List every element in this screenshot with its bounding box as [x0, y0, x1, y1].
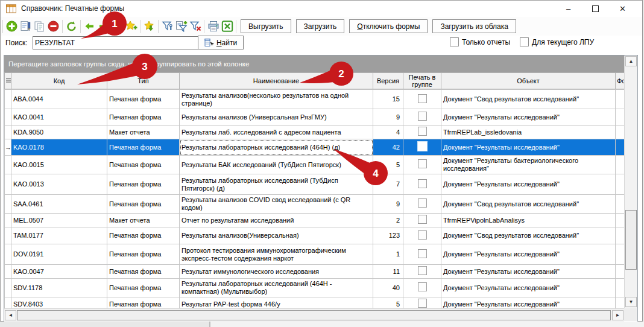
app-icon: [6, 4, 16, 13]
toolbar-separator: [204, 20, 204, 33]
export-forms-button[interactable]: Выгрузить: [241, 19, 291, 33]
print-in-group-checkbox[interactable]: [418, 112, 427, 121]
grid-corner-button[interactable]: [5, 73, 11, 89]
table-row[interactable]: SAA.0461Печатная формаРезультаты анализо…: [5, 195, 625, 214]
cell-code: ABA.0044: [11, 90, 107, 109]
find-button[interactable]: Найти: [198, 36, 244, 49]
import-forms-button[interactable]: Загрузить: [296, 19, 345, 33]
print-in-group-checkbox[interactable]: [418, 230, 427, 240]
cell-type: Печатная форма: [107, 109, 180, 125]
cell-version: 2: [373, 214, 403, 227]
toolbar-separator: [236, 20, 236, 33]
copy-icon[interactable]: [33, 19, 46, 33]
excel-export-icon[interactable]: [220, 19, 234, 33]
scroll-up-arrow[interactable]: ▲: [625, 56, 637, 66]
column-header-version[interactable]: Версия: [373, 73, 403, 89]
column-header-print-in-group[interactable]: Печать в группе: [403, 73, 441, 89]
cell-version: 1: [373, 244, 403, 265]
column-header-format[interactable]: Фор: [616, 73, 625, 89]
cell-name: Результаты анализов COVID свод исследова…: [180, 195, 373, 214]
cell-type: Макет отчета: [107, 125, 180, 139]
cell-name: Результат иммунологического исследования: [180, 265, 373, 279]
table-row[interactable]: SDV.1178Печатная формаРезультаты лаборат…: [5, 279, 625, 297]
cell-print: [403, 156, 441, 174]
cell-format: [616, 156, 625, 174]
svg-text:2: 2: [338, 68, 344, 80]
print-in-group-checkbox[interactable]: [418, 249, 427, 258]
scroll-down-arrow[interactable]: ▼: [625, 297, 637, 307]
current-lpu-checkbox[interactable]: [520, 37, 529, 46]
filter-icon[interactable]: [160, 19, 174, 33]
only-reports-label: Только отчеты: [462, 38, 510, 46]
svg-text:4: 4: [373, 168, 379, 179]
table-row[interactable]: MEL.0507Макет отчетаОтчет по результатам…: [5, 214, 625, 227]
print-in-group-checkbox[interactable]: [418, 94, 427, 103]
minimize-button[interactable]: –: [555, 1, 582, 16]
table-row[interactable]: ABA.0044Печатная формаРезультаты анализо…: [5, 90, 625, 109]
print-in-group-checkbox[interactable]: [418, 299, 427, 308]
find-button-label: Найти: [216, 39, 237, 47]
print-in-group-checkbox[interactable]: [417, 141, 428, 151]
scroll-right-arrow[interactable]: ►: [612, 310, 623, 320]
only-reports-checkbox[interactable]: [450, 37, 459, 46]
cell-object: Документ "Результаты исследований": [441, 109, 616, 125]
print-in-group-checkbox[interactable]: [418, 282, 427, 291]
maximize-button[interactable]: [582, 1, 609, 16]
print-in-group-checkbox[interactable]: [418, 198, 427, 208]
cell-print: [403, 279, 441, 297]
refresh-icon[interactable]: [65, 19, 78, 33]
table-row[interactable]: →KAO.0178Печатная формаРезультаты лабора…: [5, 139, 625, 156]
load-from-cloud-button[interactable]: Загрузить из облака: [432, 19, 516, 33]
delete-icon[interactable]: [46, 19, 60, 33]
cell-print: [403, 244, 441, 265]
print-icon[interactable]: [206, 19, 220, 33]
table-row[interactable]: KAO.0015Печатная формаРезультаты БАК исс…: [5, 156, 625, 174]
table-row[interactable]: KAO.0047Печатная формаРезультат иммуноло…: [5, 265, 625, 279]
row-indicator: [5, 214, 11, 227]
print-in-group-checkbox[interactable]: [418, 159, 427, 168]
filter-clear-icon[interactable]: [188, 19, 202, 33]
table-row[interactable]: KDA.9050Макет отчетаРезультаты лаб. иссл…: [5, 125, 625, 139]
current-lpu-label: Для текущего ЛПУ: [532, 38, 594, 46]
row-indicator: →: [5, 139, 11, 156]
table-row[interactable]: SDV.8403Печатная формаРезультат PAP-test…: [5, 297, 625, 309]
cell-format: [616, 244, 625, 265]
cell-print: [403, 265, 441, 279]
cell-code: KAO.0178: [11, 139, 107, 156]
cell-type: Печатная форма: [107, 174, 180, 195]
filter-add-icon[interactable]: [174, 19, 188, 33]
toolbar-separator: [62, 20, 63, 33]
horizontal-scrollbar[interactable]: ◄ ►: [4, 308, 624, 322]
grid-body-viewport: ABA.0044Печатная формаРезультаты анализо…: [4, 89, 624, 308]
edit-icon[interactable]: [19, 19, 33, 33]
vertical-scroll-thumb[interactable]: [625, 210, 637, 270]
horizontal-scroll-thumb[interactable]: [17, 310, 611, 320]
print-in-group-checkbox[interactable]: [418, 179, 427, 188]
table-row[interactable]: KAO.0013Печатная формаРезультаты лаборат…: [5, 174, 625, 195]
star-import-icon[interactable]: [142, 19, 156, 33]
cell-code: DOV.0191: [11, 244, 107, 265]
print-in-group-checkbox[interactable]: [418, 127, 427, 136]
cell-object: Документ "Свод результатов исследований": [441, 227, 616, 244]
add-icon[interactable]: [5, 19, 19, 33]
close-button[interactable]: ✕: [609, 1, 636, 16]
current-lpu-checkbox-item[interactable]: Для текущего ЛПУ: [520, 37, 594, 46]
forms-grid: Перетащите заголовок группы сюда, чтобы …: [4, 55, 638, 323]
print-in-group-checkbox[interactable]: [418, 215, 427, 224]
cell-code: KAO.0015: [11, 156, 107, 174]
scrollbar-corner: [624, 308, 637, 321]
cell-format: [616, 125, 625, 139]
cell-format: [616, 109, 625, 125]
print-in-group-checkbox[interactable]: [418, 266, 427, 275]
cell-print: [403, 125, 441, 139]
column-header-object[interactable]: Объект: [441, 73, 616, 89]
table-row[interactable]: TAM.0177Печатная формаРезультаты анализо…: [5, 227, 625, 244]
only-reports-checkbox-item[interactable]: Только отчеты: [450, 37, 510, 46]
vertical-scrollbar[interactable]: ▲ ▼: [624, 56, 637, 308]
scroll-left-arrow[interactable]: ◄: [5, 310, 16, 320]
disable-forms-button[interactable]: Отключить формы: [349, 19, 428, 33]
grid-menu-icon: [6, 78, 11, 83]
table-row[interactable]: KAO.0041Печатная формаРезультаты анализо…: [5, 109, 625, 125]
table-row[interactable]: DOV.0191Печатная формаПротокол тестирова…: [5, 244, 625, 265]
cell-version: 4: [373, 125, 403, 139]
